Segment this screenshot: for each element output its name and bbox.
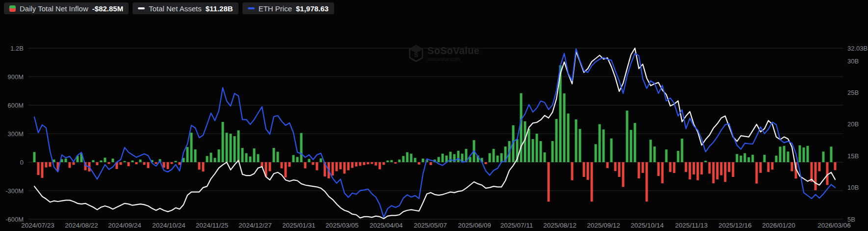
x-axis-tick-label: 2024/08/22 [65, 222, 98, 229]
inflow-bar [128, 162, 130, 166]
chart-plot-area[interactable]: 1.2B900M600M300M0-300M-600M32.03B30B25B2… [0, 0, 868, 231]
inflow-bar [658, 162, 660, 176]
inflow-bar [422, 159, 424, 162]
legend-total-net-assets[interactable]: Total Net Assets $11.28B [132, 2, 238, 14]
inflow-bar [807, 146, 809, 162]
inflow-bar [194, 149, 197, 162]
inflow-bar [135, 162, 138, 164]
inflow-bar [712, 162, 715, 183]
inflow-bar [139, 160, 142, 162]
inflow-bar [143, 162, 146, 165]
inflow-bar [202, 162, 205, 172]
inflow-bar [285, 162, 287, 177]
inflow-bar [383, 162, 385, 165]
x-axis-tick-label: 2026/01/20 [762, 222, 795, 229]
inflow-bar [418, 162, 421, 165]
x-axis-tick-label: 2025/03/05 [325, 222, 359, 229]
inflow-bar [249, 156, 252, 162]
inflow-bar [214, 158, 216, 162]
inflow-bar [104, 158, 106, 162]
eth-price-dash-icon [248, 7, 255, 9]
inflow-bar [748, 157, 750, 162]
inflow-bar [830, 146, 833, 162]
inflow-bar [347, 162, 350, 170]
inflow-bar [799, 145, 801, 162]
inflow-bar [756, 162, 758, 184]
inflow-bar [595, 144, 597, 162]
inflow-bar [716, 162, 719, 179]
inflow-bar [822, 151, 825, 162]
legend-eth-price[interactable]: ETH Price $1,978.63 [242, 2, 334, 14]
inflow-bar [728, 162, 731, 172]
inflow-bar [528, 129, 530, 162]
x-axis-tick-label: 2025/12/16 [718, 222, 752, 229]
inflow-bar [308, 159, 311, 162]
inflow-bar [563, 93, 566, 162]
inflow-bar [41, 162, 44, 178]
net-assets-dash-icon [138, 7, 145, 9]
inflow-bar [186, 147, 189, 162]
x-axis-tick-label: 2025/11/13 [675, 222, 708, 229]
x-axis-tick-label: 2025/07/11 [500, 222, 533, 229]
inflow-bar [669, 162, 672, 172]
x-axis-tick-label: 2024/11/25 [196, 222, 229, 229]
legend-value-eth: $1,978.63 [296, 4, 329, 13]
x-axis-tick-label: 2025/09/12 [587, 222, 620, 229]
inflow-bar [234, 136, 236, 162]
inflow-bar [414, 158, 417, 162]
inflow-bar [300, 133, 303, 162]
inflow-bar [45, 162, 48, 168]
inflow-bar [92, 160, 95, 162]
inflow-bar [320, 158, 322, 162]
inflow-bar [391, 160, 393, 162]
inflow-bar [787, 151, 789, 162]
inflow-bar [709, 162, 711, 173]
x-axis-tick-label: 2024/10/24 [152, 222, 185, 229]
legend-label-eth: ETH Price [259, 4, 292, 13]
inflow-bar [732, 162, 735, 177]
inflow-bar [697, 162, 699, 180]
inflow-bar [316, 162, 318, 170]
inflow-bar [112, 159, 114, 162]
inflow-bar [289, 162, 291, 167]
left-axis-tick-label: 1.2B [10, 45, 24, 52]
inflow-bar [355, 162, 358, 167]
inflow-bar [363, 162, 366, 165]
inflow-bar [340, 162, 342, 170]
inflow-bar [375, 162, 377, 166]
inflow-bar [100, 161, 103, 162]
inflow-bar [705, 161, 707, 162]
inflow-bar [65, 159, 67, 162]
inflow-bar [190, 133, 193, 162]
legend-daily-net-inflow[interactable]: Daily Total Net Inflow -$82.85M [4, 2, 129, 14]
inflow-bar [760, 162, 762, 173]
inflow-bar [257, 154, 260, 162]
inflow-bar [693, 162, 695, 174]
inflow-bar [599, 124, 601, 162]
inflow-bar [163, 162, 165, 168]
inflow-bar [497, 155, 499, 162]
left-axis-tick-label: 300M [7, 130, 24, 138]
inflow-bar [724, 162, 727, 182]
inflow-bar [222, 122, 224, 162]
inflow-bar [744, 153, 746, 162]
inflow-bar [332, 162, 334, 175]
inflow-bar [343, 162, 346, 173]
inflow-bar [779, 146, 782, 162]
inflow-bar [803, 147, 805, 162]
inflow-bar [646, 162, 648, 202]
inflow-bar [614, 162, 617, 171]
x-axis-tick-label: 2024/12/27 [238, 222, 272, 229]
chart-legend: Daily Total Net Inflow -$82.85M Total Ne… [4, 2, 334, 14]
inflow-bar [815, 162, 817, 190]
inflow-bar [96, 162, 99, 165]
inflow-bar [548, 162, 550, 202]
inflow-bar [253, 148, 256, 162]
inflow-bar [304, 162, 307, 169]
x-axis-tick-label: 2024/07/23 [21, 222, 54, 229]
left-axis-tick-label: -300M [5, 187, 24, 195]
inflow-bar [740, 156, 742, 162]
inflow-bar [230, 134, 232, 162]
inflow-bar [701, 162, 703, 174]
eth-etf-flow-chart-page: Daily Total Net Inflow -$82.85M Total Ne… [0, 0, 868, 231]
